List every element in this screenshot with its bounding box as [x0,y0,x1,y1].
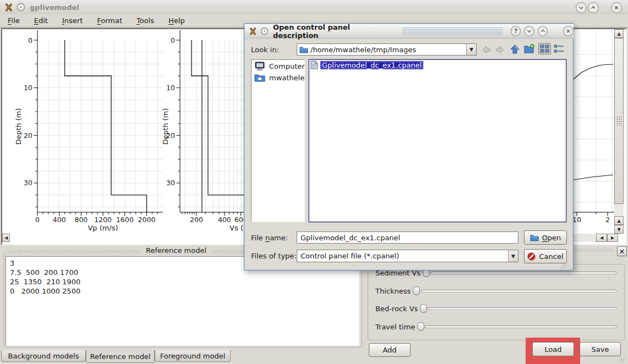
menu-help[interactable]: Help [168,16,185,25]
tab-reference-model[interactable]: Reference model [86,350,155,363]
forward-icon[interactable] [495,45,505,57]
svg-text:10: 10 [24,84,32,92]
svg-text:400: 400 [53,216,66,224]
slider-row-travel-time: Travel time [375,321,616,332]
file-item-label: Gplivemodel_dc_ex1.cpanel [320,61,423,69]
look-in-combo[interactable]: /home/mwathele/tmp/Images ▼ [297,43,477,56]
computer-icon [254,61,265,71]
vscroll-up2-button[interactable]: ▲ [614,216,624,225]
file-list[interactable]: Gplivemodel_dc_ex1.cpanel [309,59,566,222]
svg-text:0: 0 [171,36,175,45]
slider-groove[interactable] [431,272,616,274]
slider-groove[interactable] [428,307,616,310]
window-resize-grip[interactable] [619,358,626,363]
open-button[interactable]: Open [524,230,567,245]
detail-view-icon[interactable] [553,44,565,56]
up-to-parent-icon[interactable] [509,43,521,57]
combo-dropdown-icon[interactable]: ▼ [466,44,476,55]
maximize-button[interactable] [588,2,599,13]
dialog-menu-icon[interactable] [260,27,269,35]
file-name-input[interactable]: Gplivemodel_dc_ex1.cpanel [297,231,518,244]
slider-groove[interactable] [421,290,616,293]
svg-text:0: 0 [28,36,32,45]
look-in-path: /home/mwathele/tmp/Images [310,46,416,54]
load-button[interactable]: Load [532,342,574,356]
add-button[interactable]: Add [369,343,411,357]
cancel-button[interactable]: Cancel [524,249,567,263]
svg-text:10: 10 [572,216,581,224]
reference-model-title: Reference model [142,246,210,255]
shade-button[interactable] [524,26,534,36]
svg-text:800: 800 [74,216,88,224]
slider-label: Thickness [375,287,411,295]
vscroll-track[interactable] [614,204,624,216]
cancel-icon [527,252,536,261]
vscroll-up-button[interactable]: ▲ [614,29,624,38]
cancel-button-label: Cancel [539,252,563,261]
slider-handle[interactable] [420,304,427,313]
app-x-icon [4,3,13,13]
slider-row-thickness: Thickness [375,285,616,296]
titlebar-stripes [402,27,503,35]
combo-dropdown-icon[interactable]: ▼ [508,250,518,262]
menu-format[interactable]: Format [97,16,122,25]
open-dialog: Open control panel description ? Look in… [244,23,574,271]
create-new-folder-icon[interactable] [524,44,535,56]
menu-edit[interactable]: Edit [34,16,48,25]
file-name-label: File name: [251,234,288,242]
hscroll-track[interactable] [572,234,596,242]
files-of-type-combo[interactable]: Control panel file (*.cpanel) ▼ [297,250,518,262]
folder-icon [299,46,308,53]
svg-text:1600: 1600 [116,216,134,224]
svg-text:30: 30 [166,179,175,187]
home-folder-icon [254,73,265,82]
place-mwathele[interactable]: mwathele [252,72,304,83]
dialog-close-button[interactable] [563,26,574,36]
tab-background-models[interactable]: Background models [1,350,86,362]
svg-text:200: 200 [190,216,203,224]
dialog-resize-grip[interactable] [561,263,571,269]
place-computer[interactable]: Computer [252,60,304,72]
panel-close-button[interactable]: ✕ [617,246,627,256]
menu-insert[interactable]: Insert [62,16,83,25]
unshade-button[interactable] [538,26,548,36]
scroll-grip [616,116,622,126]
vscroll-thumb[interactable] [614,38,624,204]
slider-label: Travel time [375,323,415,331]
open-folder-icon [530,234,539,241]
slider-groove[interactable] [425,326,616,328]
slider-handle[interactable] [417,322,424,331]
menu-file[interactable]: File [8,16,20,25]
minimize-button[interactable] [576,2,587,13]
svg-text:2: 2 [605,216,610,224]
vscroll-down-button[interactable]: ▼ [614,225,624,234]
slider-row-bed-rock-vs: Bed-rock Vs [375,303,616,314]
tab-foreground-model[interactable]: Foreground model [155,350,231,362]
hscroll-left-button[interactable]: ◀ [2,234,10,242]
main-titlebar[interactable]: gplivemodel [0,0,628,15]
svg-text:Depth (m): Depth (m) [14,108,23,145]
close-button[interactable] [611,2,622,13]
svg-text:20: 20 [24,131,32,140]
window-menu-icon[interactable] [17,3,25,13]
place-label: mwathele [269,74,304,82]
hscroll-left2-button[interactable]: ◀ [596,234,607,242]
window-title: gplivemodel [30,3,79,12]
svg-text:2000: 2000 [138,216,156,224]
svg-text:400: 400 [218,216,231,224]
dialog-titlebar[interactable]: Open control panel description ? [245,24,574,38]
save-button[interactable]: Save [580,342,621,356]
icon-view-button[interactable] [538,43,551,54]
hscroll-right-button[interactable]: ▶ [607,234,618,242]
help-button[interactable]: ? [511,26,521,36]
back-icon[interactable] [481,45,492,57]
svg-text:10: 10 [166,84,175,92]
slider-handle[interactable] [413,286,420,295]
menu-tools[interactable]: Tools [136,16,154,25]
svg-text:30: 30 [24,179,32,187]
place-label: Computer [269,62,305,70]
places-list[interactable]: Computermwathele [251,59,305,222]
open-button-label: Open [542,234,561,242]
files-of-type-label: Files of type: [251,252,297,260]
file-item[interactable]: Gplivemodel_dc_ex1.cpanel [309,60,566,70]
